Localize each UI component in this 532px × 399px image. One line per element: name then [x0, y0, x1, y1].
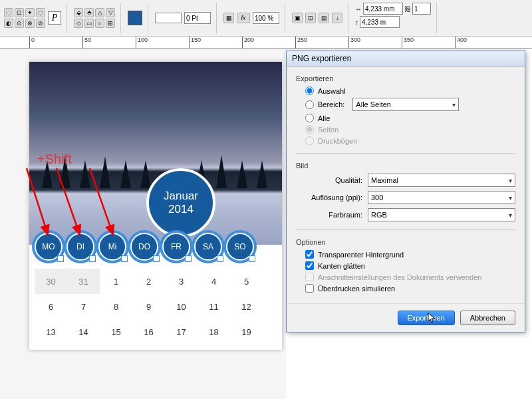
radio-all-input[interactable]: [305, 114, 314, 122]
crop-icon[interactable]: ⟂: [332, 13, 342, 23]
check-transparent-label: Transparenter Hintergrund: [318, 251, 404, 259]
date-cell[interactable]: 12: [230, 294, 263, 319]
date-cell[interactable]: 15: [100, 319, 132, 344]
date-cell[interactable]: 5: [230, 269, 263, 294]
tool-icon[interactable]: ⬚: [4, 8, 13, 17]
check-overprint[interactable]: Überdrucken simulieren: [305, 284, 515, 293]
date-cell[interactable]: 18: [198, 319, 230, 344]
effects-icon[interactable]: ▦: [223, 13, 234, 23]
day-di[interactable]: DI: [66, 233, 94, 261]
date-cell[interactable]: 10: [165, 294, 198, 319]
fx-icon[interactable]: fx: [237, 13, 250, 23]
resolution-combo[interactable]: 300: [368, 191, 515, 204]
day-do[interactable]: DO: [130, 233, 158, 261]
colorspace-combo[interactable]: RGB: [368, 208, 515, 221]
hero-image[interactable]: +Shift Januar 2014: [29, 62, 282, 245]
pathfinder-icon[interactable]: ▽: [106, 8, 115, 17]
tool-icon[interactable]: ◐: [4, 19, 13, 28]
toolgroup-effects: ▦ fx: [223, 3, 285, 33]
stroke-style-dropdown[interactable]: [155, 13, 182, 23]
stroke-weight-input[interactable]: [184, 12, 211, 24]
day-mo[interactable]: MO: [35, 233, 63, 261]
cancel-button-label: Abbrechen: [470, 314, 505, 322]
check-smooth[interactable]: Kanten glätten: [305, 261, 515, 270]
ruler-tick: 400: [455, 37, 467, 49]
radio-all-label: Alle: [318, 114, 330, 122]
pathfinder-icon[interactable]: ⊞: [106, 19, 115, 28]
radio-spreads: Druckbögen: [305, 136, 515, 145]
horizontal-ruler[interactable]: 0 50 100 150 200 250 300 350 400: [0, 37, 532, 49]
export-button[interactable]: Exportieren: [398, 311, 455, 325]
link-icon[interactable]: ⛓: [404, 5, 411, 13]
toolgroup-stroke: [155, 3, 217, 33]
day-sa[interactable]: SA: [194, 233, 222, 261]
date-cell[interactable]: 2: [132, 269, 165, 294]
check-overprint-input[interactable]: [305, 284, 314, 293]
pathfinder-icon[interactable]: ⬙: [74, 8, 83, 17]
date-cell[interactable]: 9: [132, 294, 165, 319]
count-input[interactable]: [412, 3, 431, 15]
radio-all[interactable]: Alle: [305, 114, 515, 122]
ruler-tick: 0: [29, 37, 35, 49]
cursor-icon: [428, 313, 437, 325]
tool-icon[interactable]: ⊘: [36, 19, 45, 28]
fill-color-swatch[interactable]: [128, 11, 142, 25]
date-cell[interactable]: 11: [198, 294, 230, 319]
date-cell[interactable]: 8: [100, 294, 132, 319]
radio-selection[interactable]: Auswahl: [305, 86, 515, 95]
day-so[interactable]: SO: [226, 233, 254, 261]
tool-icon[interactable]: ⊡: [15, 8, 24, 17]
radio-selection-input[interactable]: [305, 86, 314, 95]
tool-icon[interactable]: ◌: [36, 8, 45, 17]
weekday-row: MO DI Mi DO FR SA SO: [29, 230, 282, 263]
date-cell[interactable]: 16: [132, 319, 165, 344]
frame-fitting-icon[interactable]: ⊡: [305, 13, 316, 23]
pathfinder-icon[interactable]: ○: [95, 19, 104, 28]
tool-icon[interactable]: ⊙: [15, 19, 24, 28]
radio-range[interactable]: Bereich: Alle Seiten: [305, 98, 515, 111]
day-fr[interactable]: FR: [162, 233, 190, 261]
pathfinder-icon[interactable]: ▭: [84, 19, 94, 28]
date-cell[interactable]: 30: [35, 269, 67, 294]
date-cell[interactable]: 19: [230, 319, 263, 344]
date-cell[interactable]: 3: [165, 269, 198, 294]
date-cell[interactable]: 7: [67, 294, 100, 319]
day-mi[interactable]: Mi: [98, 233, 126, 261]
frame-fitting-icon[interactable]: ▤: [319, 13, 329, 23]
check-transparent[interactable]: Transparenter Hintergrund: [305, 250, 515, 259]
check-smooth-input[interactable]: [305, 261, 314, 270]
pathfinder-icon[interactable]: △: [95, 8, 104, 17]
check-transparent-input[interactable]: [305, 250, 314, 259]
date-cell[interactable]: 6: [35, 294, 67, 319]
document-canvas[interactable]: +Shift Januar 2014 MO DI Mi DO FR SA SO …: [0, 49, 286, 399]
radio-pages-label: Seiten: [318, 126, 338, 134]
section-options: Optionen: [296, 238, 515, 246]
date-cell[interactable]: 31: [67, 269, 100, 294]
date-cell[interactable]: 13: [35, 319, 67, 344]
colorspace-label: Farbraum:: [296, 211, 368, 219]
date-cell[interactable]: 17: [165, 319, 198, 344]
width-input[interactable]: [363, 3, 403, 15]
radio-spreads-input: [305, 136, 314, 145]
pathfinder-icon[interactable]: ◇: [74, 19, 83, 28]
ruler-tick: 200: [242, 37, 254, 49]
tool-icon[interactable]: ⊗: [25, 19, 35, 28]
range-combo[interactable]: Alle Seiten: [352, 98, 459, 111]
height-input[interactable]: [360, 16, 400, 28]
calendar-page[interactable]: +Shift Januar 2014 MO DI Mi DO FR SA SO …: [29, 62, 282, 350]
width-icon: ↔: [355, 5, 362, 13]
zoom-input[interactable]: [253, 12, 279, 24]
month-badge[interactable]: Januar 2014: [146, 168, 215, 237]
date-cell[interactable]: 1: [100, 269, 132, 294]
calendar-grid: 30 31 1 2 3 4 5 6 7 8 9 10 11 12 13 14 1…: [29, 263, 282, 350]
pathfinder-icon[interactable]: ⬘: [84, 8, 94, 17]
quality-combo[interactable]: Maximal: [368, 174, 515, 187]
paragraph-style-button[interactable]: P: [48, 11, 61, 25]
frame-fitting-icon[interactable]: ▣: [292, 13, 303, 23]
tool-icon[interactable]: ✦: [25, 8, 35, 17]
date-cell[interactable]: 14: [67, 319, 100, 344]
radio-range-input[interactable]: [305, 100, 314, 109]
quality-value: Maximal: [371, 176, 398, 184]
cancel-button[interactable]: Abbrechen: [460, 311, 515, 325]
date-cell[interactable]: 4: [198, 269, 230, 294]
